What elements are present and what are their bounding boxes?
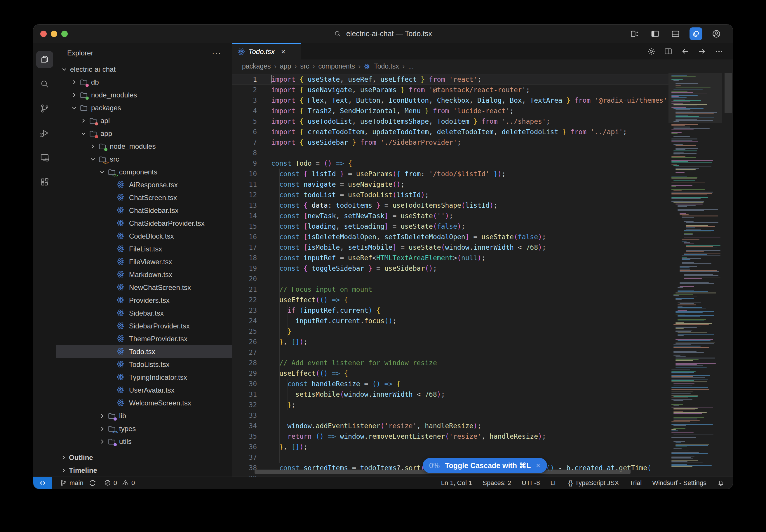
tree-item-utils[interactable]: utils: [56, 435, 232, 448]
tree-item-src[interactable]: </>src: [56, 153, 232, 166]
code-line-1[interactable]: 1import { useState, useRef, useEffect } …: [232, 74, 733, 85]
tree-item-app[interactable]: app: [56, 127, 232, 140]
bell-icon[interactable]: [717, 479, 725, 487]
code-line-28[interactable]: 28 // Add event listener for window resi…: [232, 358, 733, 368]
language-mode-status[interactable]: {} TypeScript JSX: [568, 479, 619, 487]
tree-item-chatsidebar-tsx[interactable]: ChatSidebar.tsx: [56, 204, 232, 217]
cascade-icon[interactable]: [690, 27, 702, 40]
code-line-3[interactable]: 3import { Flex, Text, Button, IconButton…: [232, 95, 733, 106]
account-icon[interactable]: [710, 27, 723, 40]
tree-item-todolists-tsx[interactable]: TodoLists.tsx: [56, 358, 232, 371]
code-line-16[interactable]: 16 const [isDeleteModalOpen, setIsDelete…: [232, 232, 733, 242]
code-line-27[interactable]: 27: [232, 347, 733, 358]
code-line-8[interactable]: 8: [232, 148, 733, 158]
forward-arrow-icon[interactable]: [698, 47, 707, 56]
tree-item-providers-tsx[interactable]: Providers.tsx: [56, 294, 232, 307]
tree-item-chatscreen-tsx[interactable]: ChatScreen.tsx: [56, 191, 232, 204]
code-line-31[interactable]: 31 setIsMobile(window.innerWidth < 768);: [232, 389, 733, 400]
tree-item-packages[interactable]: packages: [56, 101, 232, 114]
breadcrumb-item[interactable]: packages: [242, 62, 271, 70]
tree-item-typingindicator-tsx[interactable]: TypingIndicator.tsx: [56, 371, 232, 384]
tree-item-themeprovider-tsx[interactable]: ThemeProvider.tsx: [56, 333, 232, 345]
code-line-36[interactable]: 36 }, []);: [232, 442, 733, 452]
code-line-6[interactable]: 6import { createTodoItem, updateTodoItem…: [232, 127, 733, 137]
remote-explorer-icon[interactable]: [36, 149, 53, 166]
code-line-4[interactable]: 4import { Trash2, SendHorizontal, Menu }…: [232, 106, 733, 116]
source-control-icon[interactable]: [36, 100, 53, 117]
split-editor-icon[interactable]: [664, 47, 673, 56]
back-arrow-icon[interactable]: [681, 47, 690, 56]
indentation-status[interactable]: Spaces: 2: [482, 479, 511, 487]
code-line-9[interactable]: 9const Todo = () => {: [232, 158, 733, 169]
tree-item-airesponse-tsx[interactable]: AiResponse.tsx: [56, 179, 232, 191]
explorer-more-icon[interactable]: ···: [212, 49, 221, 58]
code-line-34[interactable]: 34 window.addEventListener('resize', han…: [232, 421, 733, 431]
explorer-icon[interactable]: [36, 51, 53, 68]
tree-item-api[interactable]: api: [56, 114, 232, 127]
breadcrumb-item[interactable]: src: [300, 62, 310, 70]
code-line-35[interactable]: 35 return () => window.removeEventListen…: [232, 431, 733, 442]
code-line-23[interactable]: 23 if (inputRef.current) {: [232, 305, 733, 316]
code-line-21[interactable]: 21 // Focus input on mount: [232, 284, 733, 295]
toggle-sidebar-icon[interactable]: [649, 27, 662, 40]
tree-item-components[interactable]: </>components: [56, 166, 232, 179]
code-line-5[interactable]: 5import { useTodoList, useTodoItemsShape…: [232, 116, 733, 127]
minimap[interactable]: [669, 73, 733, 477]
breadcrumb-item[interactable]: app: [280, 62, 291, 70]
tree-item-sidebarprovider-tsx[interactable]: SidebarProvider.tsx: [56, 320, 232, 333]
tree-item-filelist-tsx[interactable]: FileList.tsx: [56, 243, 232, 255]
tree-item-markdown-tsx[interactable]: Markdown.tsx: [56, 268, 232, 281]
problems-status[interactable]: 0 0: [104, 479, 135, 487]
tree-item-todo-tsx[interactable]: Todo.tsx: [56, 345, 232, 358]
code-line-10[interactable]: 10 const { listId } = useParams({ from: …: [232, 169, 733, 179]
remote-indicator[interactable]: [33, 477, 52, 489]
code-line-22[interactable]: 22 useEffect(() => {: [232, 295, 733, 305]
breadcrumb-item[interactable]: components: [319, 62, 355, 70]
tree-item-useravatar-tsx[interactable]: UserAvatar.tsx: [56, 384, 232, 397]
run-debug-icon[interactable]: [36, 125, 53, 141]
tree-item-welcomescreen-tsx[interactable]: WelcomeScreen.tsx: [56, 397, 232, 409]
window-title-search[interactable]: electric-ai-chat — Todo.tsx: [334, 29, 432, 38]
minimize-window-button[interactable]: [51, 31, 57, 37]
eol-status[interactable]: LF: [550, 479, 558, 487]
code-line-29[interactable]: 29 useEffect(() => {: [232, 368, 733, 379]
zoom-window-button[interactable]: [61, 31, 68, 37]
vertical-scrollbar[interactable]: [725, 73, 732, 113]
settings-gear-icon[interactable]: [647, 47, 656, 56]
code-line-26[interactable]: 26 }, []);: [232, 337, 733, 347]
code-line-15[interactable]: 15 const [loading, setLoading] = useStat…: [232, 221, 733, 232]
customize-layout-icon[interactable]: [628, 27, 641, 40]
encoding-status[interactable]: UTF-8: [522, 479, 540, 487]
code-line-25[interactable]: 25 }: [232, 326, 733, 337]
code-line-33[interactable]: 33: [232, 410, 733, 421]
tree-item-lib[interactable]: lib: [56, 409, 232, 422]
windsurf-settings-status[interactable]: Windsurf - Settings: [652, 479, 707, 487]
tree-item-codeblock-tsx[interactable]: CodeBlock.tsx: [56, 230, 232, 243]
tree-item-db[interactable]: db: [56, 76, 232, 89]
code-editor[interactable]: 1import { useState, useRef, useEffect } …: [232, 73, 733, 477]
code-line-30[interactable]: 30 const handleResize = () => {: [232, 379, 733, 389]
tree-item-fileviewer-tsx[interactable]: FileViewer.tsx: [56, 255, 232, 268]
cascade-toggle-popup[interactable]: 0% Toggle Cascade with ⌘L ×: [423, 458, 547, 473]
tree-item-electric-ai-chat[interactable]: electric-ai-chat: [56, 63, 232, 76]
tree-item-newchatscreen-tsx[interactable]: NewChatScreen.tsx: [56, 281, 232, 294]
extensions-icon[interactable]: [36, 174, 53, 190]
cursor-position-status[interactable]: Ln 1, Col 1: [441, 479, 472, 487]
code-line-20[interactable]: 20: [232, 274, 733, 284]
code-line-13[interactable]: 13 const { data: todoItems } = useTodoIt…: [232, 200, 733, 211]
breadcrumb-item[interactable]: Todo.tsx: [374, 62, 399, 70]
search-icon[interactable]: [36, 76, 53, 92]
tree-item-node-modules[interactable]: node_modules: [56, 89, 232, 101]
code-line-11[interactable]: 11 const navigate = useNavigate();: [232, 179, 733, 190]
git-branch-status[interactable]: main: [59, 479, 96, 487]
code-line-32[interactable]: 32 };: [232, 400, 733, 410]
tree-item-types[interactable]: </>types: [56, 422, 232, 435]
code-line-2[interactable]: 2import { useNavigate, useParams } from …: [232, 85, 733, 95]
code-line-7[interactable]: 7import { useSidebar } from './SidebarPr…: [232, 137, 733, 148]
tree-item-sidebar-tsx[interactable]: Sidebar.tsx: [56, 307, 232, 320]
outline-section[interactable]: Outline: [56, 451, 232, 464]
tree-item-chatsidebarprovider-tsx[interactable]: ChatSidebarProvider.tsx: [56, 217, 232, 230]
code-line-19[interactable]: 19 const { toggleSidebar } = useSidebar(…: [232, 263, 733, 274]
timeline-section[interactable]: Timeline: [56, 464, 232, 477]
more-actions-icon[interactable]: [715, 47, 723, 56]
